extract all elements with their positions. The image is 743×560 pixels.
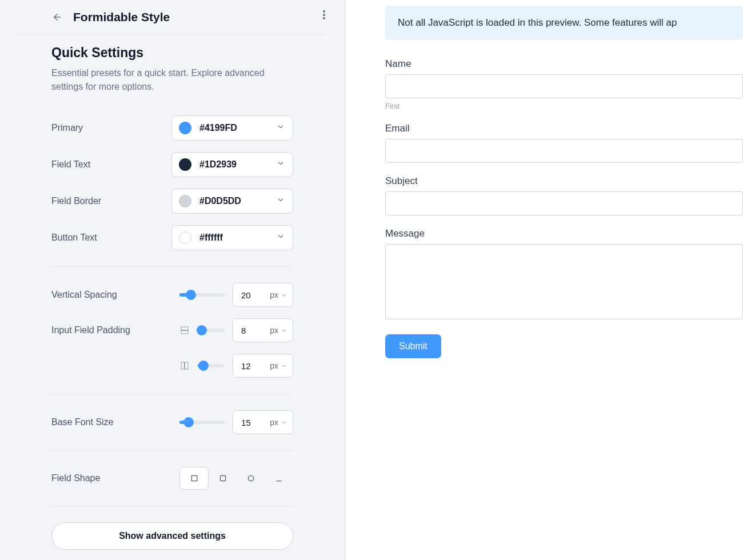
- shape-rounded-option[interactable]: [209, 467, 237, 490]
- vertical-spacing-value: 20: [241, 290, 251, 300]
- field-border-swatch-icon: [179, 195, 191, 207]
- primary-color-select[interactable]: #4199FD: [171, 115, 293, 141]
- back-arrow-icon[interactable]: [51, 11, 63, 23]
- padding-x-value-input[interactable]: 12 px: [233, 354, 293, 378]
- email-input[interactable]: [385, 139, 743, 163]
- quick-settings-title: Quick Settings: [51, 45, 293, 61]
- field-border-color-select[interactable]: #D0D5DD: [171, 189, 293, 214]
- padding-x-value: 12: [241, 361, 251, 371]
- quick-settings-description: Essential presets for a quick start. Exp…: [51, 66, 293, 94]
- input-padding-y-row: Input Field Padding 8 px: [0, 313, 345, 348]
- primary-color-value: #4199FD: [199, 123, 237, 133]
- padding-x-slider[interactable]: [198, 364, 225, 367]
- more-options-icon[interactable]: [323, 10, 325, 19]
- field-shape-label: Field Shape: [51, 473, 171, 483]
- padding-x-unit: px: [270, 361, 287, 370]
- field-text-color-select[interactable]: #1D2939: [171, 152, 293, 177]
- divider: [51, 394, 293, 394]
- field-text-color-value: #1D2939: [199, 159, 237, 170]
- field-border-label: Field Border: [51, 196, 171, 206]
- preview-notice: Not all JavaScript is loaded in this pre…: [385, 6, 743, 40]
- svg-point-7: [248, 475, 253, 481]
- field-text-color-row: Field Text #1D2939: [0, 146, 345, 183]
- subject-input[interactable]: [385, 191, 743, 215]
- button-text-color-value: #ffffff: [199, 233, 223, 243]
- form-preview-panel: Not all JavaScript is loaded in this pre…: [345, 0, 743, 560]
- divider: [51, 450, 293, 451]
- name-field: Name First: [385, 58, 743, 110]
- padding-y-slider[interactable]: [198, 329, 225, 332]
- subject-field: Subject: [385, 175, 743, 215]
- chevron-down-icon: [277, 196, 285, 206]
- shape-square-option[interactable]: [179, 467, 209, 490]
- svg-rect-6: [220, 475, 225, 481]
- email-label: Email: [385, 123, 743, 134]
- message-label: Message: [385, 228, 743, 239]
- button-text-label: Button Text: [51, 233, 171, 243]
- field-text-label: Field Text: [51, 159, 171, 170]
- vertical-spacing-label: Vertical Spacing: [51, 290, 171, 300]
- input-padding-label: Input Field Padding: [51, 325, 171, 335]
- show-advanced-settings-button[interactable]: Show advanced settings: [51, 522, 293, 550]
- primary-color-label: Primary: [51, 123, 171, 133]
- svg-rect-5: [191, 475, 197, 481]
- vertical-spacing-unit: px: [270, 290, 287, 299]
- name-label: Name: [385, 58, 743, 70]
- button-text-color-select[interactable]: #ffffff: [171, 225, 293, 250]
- padding-y-value: 8: [241, 326, 246, 335]
- padding-horizontal-icon: [179, 361, 190, 371]
- message-textarea[interactable]: [385, 244, 743, 319]
- base-font-size-value-input[interactable]: 15 px: [233, 410, 293, 434]
- base-font-size-slider[interactable]: [179, 421, 225, 424]
- padding-y-unit: px: [270, 326, 287, 335]
- email-field: Email: [385, 123, 743, 163]
- base-font-size-label: Base Font Size: [51, 417, 171, 427]
- subject-label: Subject: [385, 175, 743, 187]
- field-text-swatch-icon: [179, 158, 191, 171]
- panel-title: Formidable Style: [73, 10, 170, 24]
- chevron-down-icon: [277, 233, 285, 243]
- style-settings-sidebar: Formidable Style Quick Settings Essentia…: [0, 0, 345, 560]
- input-padding-x-row: 12 px: [0, 348, 345, 383]
- vertical-spacing-value-input[interactable]: 20 px: [233, 283, 293, 307]
- divider: [51, 506, 293, 506]
- name-sublabel: First: [385, 102, 743, 110]
- vertical-spacing-row: Vertical Spacing 20 px: [0, 277, 345, 313]
- base-font-size-row: Base Font Size 15 px: [0, 405, 345, 440]
- quick-settings-header: Quick Settings Essential presets for a q…: [0, 35, 345, 94]
- shape-circle-option[interactable]: [237, 467, 265, 490]
- chevron-down-icon: [277, 123, 285, 133]
- message-field: Message: [385, 228, 743, 322]
- padding-vertical-icon: [179, 325, 190, 335]
- vertical-spacing-slider[interactable]: [179, 293, 225, 297]
- submit-button[interactable]: Submit: [385, 334, 441, 358]
- name-input[interactable]: [385, 74, 743, 98]
- divider: [51, 266, 293, 267]
- button-text-color-row: Button Text #ffffff: [0, 219, 345, 256]
- base-font-size-unit: px: [270, 418, 287, 427]
- field-shape-toggle: [179, 467, 293, 490]
- field-border-color-value: #D0D5DD: [199, 196, 241, 206]
- primary-swatch-icon: [179, 122, 191, 134]
- chevron-down-icon: [277, 159, 285, 170]
- field-border-color-row: Field Border #D0D5DD: [0, 183, 345, 219]
- panel-header: Formidable Style: [0, 0, 345, 34]
- primary-color-row: Primary #4199FD: [0, 110, 345, 146]
- shape-underline-option[interactable]: [265, 467, 293, 490]
- button-text-swatch-icon: [179, 231, 191, 244]
- field-shape-row: Field Shape: [0, 461, 345, 495]
- base-font-size-value: 15: [241, 418, 251, 427]
- padding-y-value-input[interactable]: 8 px: [233, 318, 293, 342]
